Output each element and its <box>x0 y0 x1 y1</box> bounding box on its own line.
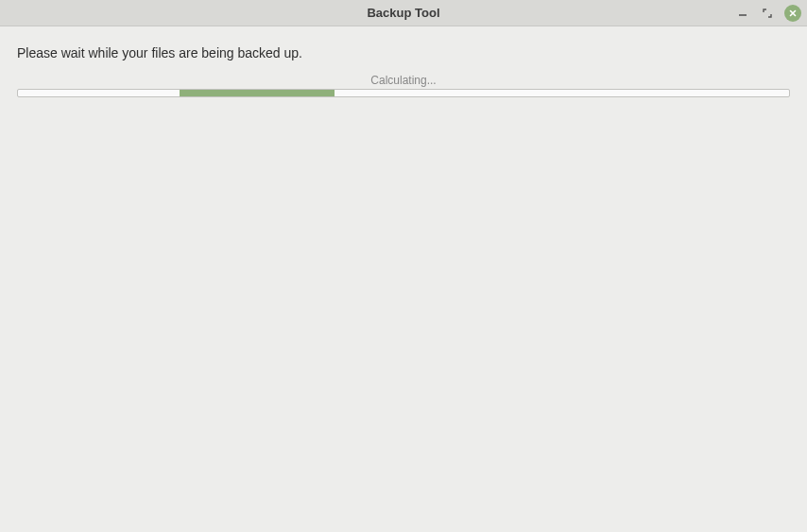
window-controls <box>735 0 801 26</box>
progress-status: Calculating... <box>17 74 790 87</box>
window-title: Backup Tool <box>0 6 807 20</box>
titlebar: Backup Tool <box>0 0 807 26</box>
progress-chunk <box>180 90 334 96</box>
close-button[interactable] <box>784 5 801 22</box>
backup-message: Please wait while your files are being b… <box>17 45 790 60</box>
close-icon <box>788 9 798 18</box>
content-area: Please wait while your files are being b… <box>0 26 807 97</box>
maximize-icon <box>763 9 772 18</box>
minimize-button[interactable] <box>735 6 750 21</box>
minimize-icon <box>738 9 747 18</box>
maximize-button[interactable] <box>760 6 775 21</box>
progress-bar <box>17 89 790 97</box>
